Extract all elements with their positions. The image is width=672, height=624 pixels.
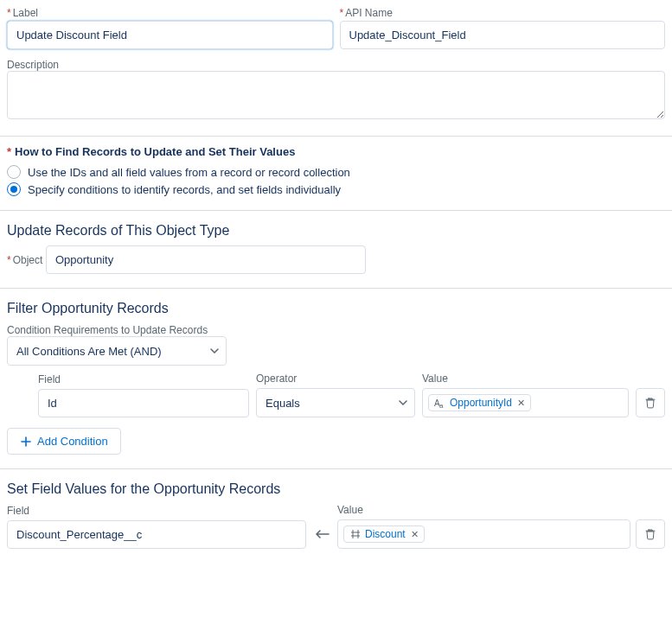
condition-req-value: All Conditions Are Met (AND) <box>16 345 162 358</box>
apiname-label: API Name <box>340 7 666 19</box>
radio-option-specify-conditions[interactable]: Specify conditions to identify records, … <box>7 182 665 196</box>
value-token[interactable]: Aa OpportunityId ✕ <box>428 394 531 411</box>
setvals-field-input[interactable] <box>7 520 306 549</box>
assign-arrow-icon <box>311 519 332 549</box>
trash-icon <box>644 528 656 540</box>
delete-condition-button[interactable] <box>636 388 665 417</box>
value-token[interactable]: Discount ✕ <box>343 525 425 543</box>
object-type-heading: Update Records of This Object Type <box>7 223 665 239</box>
label-input[interactable] <box>7 21 333 49</box>
filter-value-label: Value <box>422 372 629 385</box>
filter-operator-value: Equals <box>266 397 300 410</box>
close-icon[interactable]: ✕ <box>517 398 525 409</box>
filter-heading: Filter Opportunity Records <box>7 301 665 316</box>
object-label: Object <box>7 254 42 266</box>
trash-icon <box>644 397 656 409</box>
filter-operator-label: Operator <box>256 372 415 385</box>
radio-icon <box>7 182 21 196</box>
add-condition-button[interactable]: Add Condition <box>7 428 121 455</box>
chevron-down-icon <box>399 400 407 405</box>
radio-label: Specify conditions to identify records, … <box>28 183 341 196</box>
token-label: OpportunityId <box>450 397 512 409</box>
chevron-down-icon <box>210 348 219 353</box>
setvals-value-input[interactable]: Discount ✕ <box>337 519 630 549</box>
radio-label: Use the IDs and all field values from a … <box>28 166 350 179</box>
number-type-icon <box>349 528 362 540</box>
filter-value-input[interactable]: Aa OpportunityId ✕ <box>422 388 629 417</box>
plus-icon <box>20 436 32 448</box>
condition-req-label: Condition Requirements to Update Records <box>7 324 208 336</box>
text-type-icon: Aa <box>434 397 446 409</box>
apiname-input[interactable] <box>340 21 666 49</box>
token-label: Discount <box>365 528 406 540</box>
label-label: Label <box>7 7 333 19</box>
delete-field-button[interactable] <box>636 519 665 549</box>
description-input[interactable] <box>7 71 665 119</box>
object-input[interactable] <box>46 245 366 274</box>
setvals-heading: Set Field Values for the Opportunity Rec… <box>7 481 665 497</box>
condition-req-select[interactable]: All Conditions Are Met (AND) <box>7 336 227 366</box>
close-icon[interactable]: ✕ <box>411 529 419 540</box>
add-condition-label: Add Condition <box>37 435 108 448</box>
radio-option-use-ids[interactable]: Use the IDs and all field values from a … <box>7 165 665 179</box>
filter-field-label: Field <box>38 373 249 385</box>
svg-text:a: a <box>439 402 444 409</box>
radio-icon <box>7 165 21 179</box>
find-heading: How to Find Records to Update and Set Th… <box>7 145 665 158</box>
description-label: Description <box>7 59 59 71</box>
setvals-value-label: Value <box>337 504 630 516</box>
filter-field-input[interactable] <box>38 389 249 417</box>
setvals-field-label: Field <box>7 505 306 517</box>
filter-operator-select[interactable]: Equals <box>256 388 415 417</box>
